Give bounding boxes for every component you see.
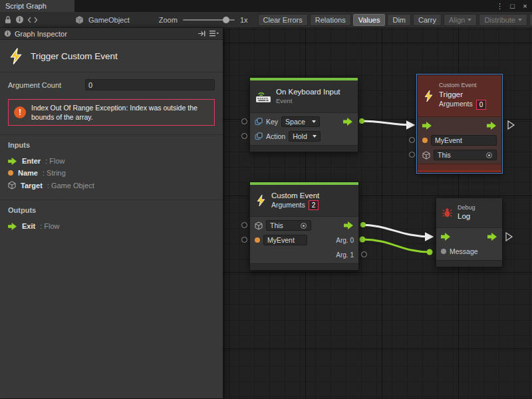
string-port-icon xyxy=(422,138,428,143)
dim-button[interactable]: Dim xyxy=(387,14,411,26)
inputs-header: Inputs xyxy=(8,141,215,149)
dock-arrow-icon[interactable] xyxy=(198,30,206,37)
flow-input-port[interactable] xyxy=(422,122,432,130)
play-indicator-icon xyxy=(506,233,512,241)
node-debug-log[interactable]: Debug Log Message xyxy=(436,198,503,267)
distribute-button[interactable]: Distribute xyxy=(479,14,527,26)
values-button[interactable]: Values xyxy=(353,14,386,26)
object-picker-icon[interactable] xyxy=(485,152,493,159)
info-icon[interactable] xyxy=(15,15,24,25)
message-label: Message xyxy=(450,247,478,255)
wire-start-dot xyxy=(360,222,366,227)
action-dropdown[interactable]: Hold xyxy=(289,131,321,142)
panel-menu-icon[interactable] xyxy=(209,30,219,37)
target-input-port[interactable] xyxy=(241,222,247,228)
align-label: Align xyxy=(449,16,465,24)
action-port-row: Action Hold xyxy=(250,129,358,144)
key-port-row: Key Space xyxy=(250,114,358,129)
target-dropdown[interactable]: This xyxy=(434,150,497,160)
chevron-down-icon xyxy=(313,135,317,138)
tab-script-graph[interactable]: Script Graph xyxy=(0,0,74,12)
list-item-exit: Exit : Flow xyxy=(8,220,215,232)
zoom-value: 1x xyxy=(240,16,248,24)
keycap-icon xyxy=(255,132,263,140)
node-title: Trigger xyxy=(439,90,486,100)
node-title: Log xyxy=(458,211,475,221)
node-body: Key Space Action Hold xyxy=(250,113,358,145)
key-label: Key xyxy=(266,118,278,126)
pin-type: : String xyxy=(43,169,66,177)
arguments-label: Arguments xyxy=(271,201,305,210)
action-label: Action xyxy=(266,132,285,140)
window-menu-icon[interactable]: ⋮ xyxy=(495,1,505,11)
node-body: This MyEvent Arg. 0 Arg. 1 xyxy=(250,217,358,263)
flow-output-port[interactable] xyxy=(487,122,497,130)
clear-errors-label: Clear Errors xyxy=(263,16,303,24)
node-header: On Keyboard Input Event xyxy=(250,80,358,113)
list-item-enter: Enter : Flow xyxy=(8,155,215,167)
arguments-count-badge: 2 xyxy=(309,200,319,210)
code-icon[interactable] xyxy=(27,15,38,25)
node-category: Custom Event xyxy=(439,82,486,90)
gameobject-label: GameObject xyxy=(88,16,130,24)
carry-label: Carry xyxy=(418,16,436,24)
chevron-down-icon xyxy=(467,19,471,21)
carry-button[interactable]: Carry xyxy=(413,14,442,26)
lightning-bolt-icon xyxy=(255,194,267,207)
arg1-output-port[interactable] xyxy=(361,251,367,257)
object-picker-icon[interactable] xyxy=(300,222,307,229)
gameobject-cube-icon xyxy=(73,15,85,25)
action-value: Hold xyxy=(293,132,307,140)
action-input-port[interactable] xyxy=(241,133,247,139)
clear-errors-button[interactable]: Clear Errors xyxy=(258,14,308,26)
pin-name: Target xyxy=(21,182,43,190)
node-footer xyxy=(250,263,358,270)
key-input-port[interactable] xyxy=(241,118,247,124)
event-name-field[interactable]: MyEvent xyxy=(431,135,497,146)
name-input-port[interactable] xyxy=(409,137,415,143)
chevron-down-icon xyxy=(312,120,316,123)
flow-output-port[interactable] xyxy=(343,118,353,126)
outputs-section: Outputs Exit : Flow xyxy=(0,200,223,240)
node-header: Debug Log xyxy=(436,198,502,228)
key-dropdown[interactable]: Space xyxy=(281,116,320,127)
node-trigger-custom-event[interactable]: Custom Event Trigger Arguments 0 MyEvent xyxy=(417,74,502,173)
node-title: Custom Event xyxy=(271,191,319,201)
graph-owner-selector[interactable]: GameObject xyxy=(73,15,130,25)
maximize-icon[interactable]: □ xyxy=(507,1,517,11)
flow-output-port[interactable] xyxy=(487,233,497,241)
node-header: Custom Event Trigger Arguments 0 xyxy=(418,75,501,117)
target-value: This xyxy=(438,151,451,159)
close-icon[interactable]: × xyxy=(520,1,530,11)
pin-name: Enter xyxy=(22,157,41,165)
error-message-box: ! Index Out Of Range Exception: Index wa… xyxy=(8,99,215,126)
window-body: Graph Inspector Trigger Custom Event Arg… xyxy=(0,28,532,398)
flow-input-port[interactable] xyxy=(441,233,451,241)
event-name-field[interactable]: MyEvent xyxy=(263,235,307,245)
key-value: Space xyxy=(285,118,305,126)
name-input-port[interactable] xyxy=(241,237,247,243)
flow-arrow-icon xyxy=(8,158,17,165)
graph-canvas[interactable]: On Keyboard Input Event Key Space Action xyxy=(223,28,532,398)
argument-count-input[interactable] xyxy=(85,79,215,90)
relations-button[interactable]: Relations xyxy=(310,14,351,26)
zoom-slider-handle[interactable] xyxy=(223,17,229,23)
play-indicator-icon xyxy=(508,121,514,129)
lock-icon[interactable] xyxy=(4,15,12,25)
lightning-bolt-icon xyxy=(423,90,434,102)
distribute-label: Distribute xyxy=(484,16,515,24)
pin-type: : Flow xyxy=(45,157,65,165)
align-button[interactable]: Align xyxy=(444,14,477,26)
message-port-icon[interactable] xyxy=(441,249,446,254)
event-name-row: MyEvent Arg. 0 xyxy=(250,233,358,247)
flow-output-port[interactable] xyxy=(344,221,354,229)
zoom-slider[interactable] xyxy=(183,19,235,21)
target-input-port[interactable] xyxy=(409,152,415,158)
target-dropdown[interactable]: This xyxy=(266,220,311,231)
node-custom-event[interactable]: Custom Event Arguments 2 This xyxy=(249,182,359,271)
pin-name: Exit xyxy=(22,222,35,230)
node-on-keyboard-input[interactable]: On Keyboard Input Event Key Space Action xyxy=(249,77,358,152)
overview-button[interactable]: Overv xyxy=(529,14,532,26)
values-label: Values xyxy=(358,16,380,24)
keyboard-icon xyxy=(255,90,271,103)
